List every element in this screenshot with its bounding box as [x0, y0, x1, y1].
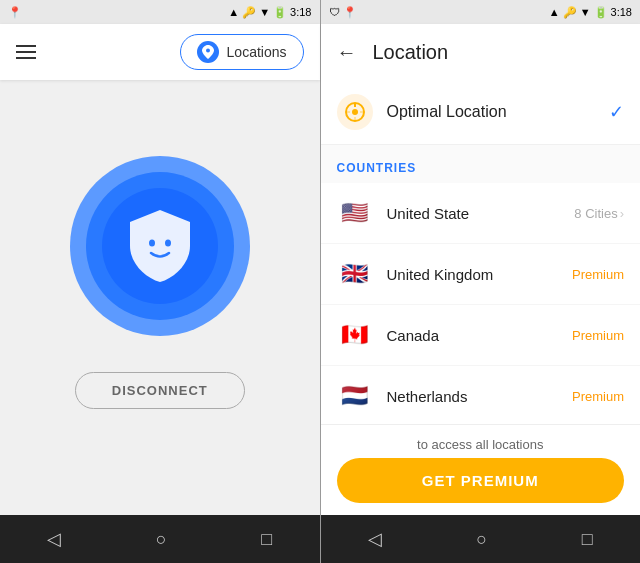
vpn-circle-outer: [70, 156, 250, 336]
shield-status-icon: 🛡: [329, 6, 340, 18]
countries-header: COUNTRIES: [321, 145, 641, 183]
wifi-r-icon: ▼: [580, 6, 591, 18]
home-nav-left[interactable]: ○: [156, 529, 167, 550]
flag-us: 🇺🇸: [337, 195, 373, 231]
left-panel: 📍 ▲ 🔑 ▼ 🔋 3:18 Locations: [0, 0, 320, 563]
get-premium-button[interactable]: GET PREMIUM: [337, 458, 625, 503]
locations-btn-icon: [197, 41, 219, 63]
svg-point-1: [206, 49, 210, 53]
locations-button[interactable]: Locations: [180, 34, 304, 70]
country-row-us[interactable]: 🇺🇸 United State 8 Cities ›: [321, 183, 641, 244]
country-row-uk[interactable]: 🇬🇧 United Kingdom Premium: [321, 244, 641, 305]
country-name-us: United State: [387, 205, 575, 222]
hamburger-menu[interactable]: [16, 45, 36, 59]
premium-uk: Premium: [572, 267, 624, 282]
back-nav-right[interactable]: ◁: [368, 528, 382, 550]
wifi-icon: ▼: [259, 6, 270, 18]
country-name-ca: Canada: [387, 327, 572, 344]
key-r-icon: 🔑: [563, 6, 577, 19]
status-right-right-icons: ▲ 🔑 ▼ 🔋 3:18: [549, 6, 632, 19]
status-right-left-icons: 🛡 📍: [329, 6, 357, 19]
svg-point-3: [165, 240, 171, 247]
page-title: Location: [373, 41, 449, 64]
location-status-icon: 📍: [343, 6, 357, 19]
flag-ca: 🇨🇦: [337, 317, 373, 353]
country-row-ca[interactable]: 🇨🇦 Canada Premium: [321, 305, 641, 366]
location-icon: 📍: [8, 6, 22, 19]
vpn-circle-inner: [102, 188, 218, 304]
country-name-uk: United Kingdom: [387, 266, 572, 283]
country-row-nl[interactable]: 🇳🇱 Netherlands Premium: [321, 366, 641, 424]
battery-r-icon: 🔋: [594, 6, 608, 19]
vpn-main-area: DISCONNECT: [0, 80, 320, 515]
shield-vpn-icon: [125, 208, 195, 284]
optimal-location-row[interactable]: Optimal Location ✓: [321, 80, 641, 145]
premium-nl: Premium: [572, 389, 624, 404]
status-bar-left: 📍 ▲ 🔑 ▼ 🔋 3:18: [0, 0, 320, 24]
status-left-icons: 📍: [8, 6, 22, 19]
bottom-nav-left: ◁ ○ □: [0, 515, 320, 563]
signal-icon: ▲: [228, 6, 239, 18]
check-icon: ✓: [609, 101, 624, 123]
back-arrow-button[interactable]: ←: [337, 41, 357, 64]
battery-icon: 🔋: [273, 6, 287, 19]
disconnect-button[interactable]: DISCONNECT: [75, 372, 245, 409]
time-right: 3:18: [611, 6, 632, 18]
right-panel: 🛡 📍 ▲ 🔑 ▼ 🔋 3:18 ← Location Optimal: [321, 0, 641, 563]
back-nav-left[interactable]: ◁: [47, 528, 61, 550]
square-nav-left[interactable]: □: [261, 529, 272, 550]
time-left: 3:18: [290, 6, 311, 18]
vpn-circle-mid: [86, 172, 234, 320]
cities-us: 8 Cities ›: [574, 206, 624, 221]
premium-banner: to access all locations: [321, 424, 641, 458]
country-name-nl: Netherlands: [387, 388, 572, 405]
svg-point-5: [352, 109, 358, 115]
optimal-label: Optimal Location: [387, 103, 610, 121]
flag-nl: 🇳🇱: [337, 378, 373, 414]
home-nav-right[interactable]: ○: [476, 529, 487, 550]
key-icon: 🔑: [242, 6, 256, 19]
square-nav-right[interactable]: □: [582, 529, 593, 550]
optimal-icon: [337, 94, 373, 130]
svg-point-2: [149, 240, 155, 247]
top-bar-right: ← Location: [321, 24, 641, 80]
status-right-icons: ▲ 🔑 ▼ 🔋 3:18: [228, 6, 311, 19]
status-bar-right: 🛡 📍 ▲ 🔑 ▼ 🔋 3:18: [321, 0, 641, 24]
bottom-nav-right: ◁ ○ □: [321, 515, 641, 563]
premium-ca: Premium: [572, 328, 624, 343]
flag-uk: 🇬🇧: [337, 256, 373, 292]
country-list: 🇺🇸 United State 8 Cities › 🇬🇧 United Kin…: [321, 183, 641, 424]
signal-r-icon: ▲: [549, 6, 560, 18]
locations-label: Locations: [227, 44, 287, 60]
top-bar-left: Locations: [0, 24, 320, 80]
